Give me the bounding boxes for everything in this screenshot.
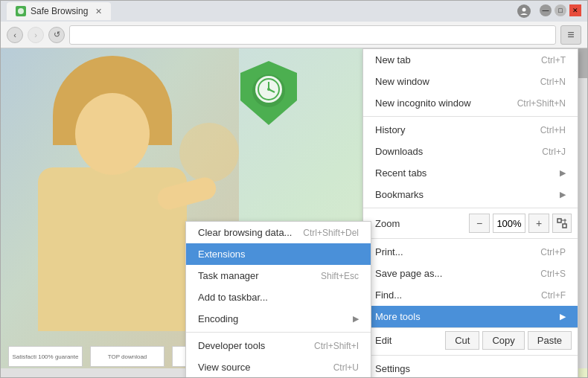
tab-close-btn[interactable]: ✕	[95, 7, 102, 16]
zoom-plus-btn[interactable]: +	[528, 214, 549, 233]
svg-point-7	[267, 88, 270, 91]
submenu-item-extensions[interactable]: Extensions	[186, 243, 371, 265]
menu-item-new-incognito[interactable]: New incognito window Ctrl+Shift+N	[363, 92, 578, 114]
submenu-item-view-source[interactable]: View source Ctrl+U	[186, 356, 371, 377]
menu-separator-2	[363, 208, 578, 208]
submenu-item-clear-browsing[interactable]: Clear browsing data... Ctrl+Shift+Del	[186, 222, 371, 243]
svg-point-1	[523, 8, 526, 12]
chrome-menu-btn[interactable]: ≡	[560, 25, 581, 45]
window-controls: — □ ✕	[517, 4, 581, 18]
maximize-btn[interactable]: □	[555, 4, 566, 16]
menu-item-new-window[interactable]: New window Ctrl+N	[363, 71, 578, 92]
tab-title: Safe Browsing	[31, 6, 88, 16]
submenu-separator-1	[186, 332, 371, 333]
user-icon	[517, 4, 531, 18]
forward-btn[interactable]: ›	[28, 27, 44, 43]
menu-item-bookmarks[interactable]: Bookmarks ▶	[363, 184, 578, 205]
submenu-item-encoding[interactable]: Encoding ▶	[186, 308, 371, 330]
svg-rect-8	[557, 219, 561, 222]
thumbnail-1: Satisfacti 100% guarante	[8, 346, 83, 367]
copy-btn[interactable]: Copy	[482, 331, 524, 350]
zoom-minus-btn[interactable]: −	[469, 214, 490, 233]
submenu-item-add-taskbar[interactable]: Add to taskbar...	[186, 286, 371, 308]
close-btn[interactable]: ✕	[569, 4, 581, 16]
menu-item-print[interactable]: Print... Ctrl+P	[363, 241, 578, 263]
menu-item-find[interactable]: Find... Ctrl+F	[363, 284, 578, 306]
paste-btn[interactable]: Paste	[528, 331, 572, 350]
svg-point-0	[18, 8, 24, 14]
nav-bar: ‹ › ↺ ≡	[1, 22, 587, 48]
submenu-item-task-manager[interactable]: Task manager Shift+Esc	[186, 265, 371, 286]
menu-item-recent-tabs[interactable]: Recent tabs ▶	[363, 162, 578, 184]
menu-separator-3	[363, 238, 578, 239]
browser-tab[interactable]: Safe Browsing ✕	[7, 2, 111, 20]
browser-window: Safe Browsing ✕ — □ ✕ ‹ › ↺ ≡	[0, 0, 588, 378]
cut-btn[interactable]: Cut	[445, 331, 479, 350]
menu-item-history[interactable]: History Ctrl+H	[363, 119, 578, 141]
back-btn[interactable]: ‹	[7, 27, 23, 43]
chrome-context-menu: New tab Ctrl+T New window Ctrl+N New inc…	[362, 48, 578, 377]
menu-separator-1	[363, 116, 578, 117]
minimize-btn[interactable]: —	[540, 4, 552, 16]
menu-item-save-page[interactable]: Save page as... Ctrl+S	[363, 263, 578, 284]
zoom-expand-btn[interactable]	[552, 214, 572, 233]
menu-item-more-tools[interactable]: More tools ▶	[363, 306, 578, 327]
title-bar: Safe Browsing ✕ — □ ✕	[1, 1, 587, 22]
zoom-control-row: Zoom − 100% +	[363, 211, 578, 236]
scroll-handle[interactable]	[578, 48, 587, 78]
edit-row: Edit Cut Copy Paste	[363, 327, 578, 353]
menu-separator-4	[363, 355, 578, 356]
zoom-value: 100%	[493, 214, 525, 233]
more-tools-submenu: Clear browsing data... Ctrl+Shift+Del Ex…	[185, 221, 371, 377]
menu-item-settings[interactable]: Settings	[363, 358, 578, 377]
reload-btn[interactable]: ↺	[48, 27, 65, 43]
vertical-scrollbar[interactable]	[578, 48, 587, 368]
page-content: Safe Browsing ✓ Enhance ✓ Makes su Satis…	[1, 48, 587, 377]
menu-item-downloads[interactable]: Downloads Ctrl+J	[363, 141, 578, 162]
svg-rect-9	[563, 224, 566, 228]
address-bar[interactable]	[69, 25, 556, 45]
tab-favicon	[16, 6, 26, 16]
menu-item-new-tab[interactable]: New tab Ctrl+T	[363, 49, 578, 71]
shield-icon	[239, 60, 298, 129]
thumbnail-2: TOP download	[90, 346, 164, 367]
submenu-item-developer-tools[interactable]: Developer tools Ctrl+Shift+I	[186, 335, 371, 356]
